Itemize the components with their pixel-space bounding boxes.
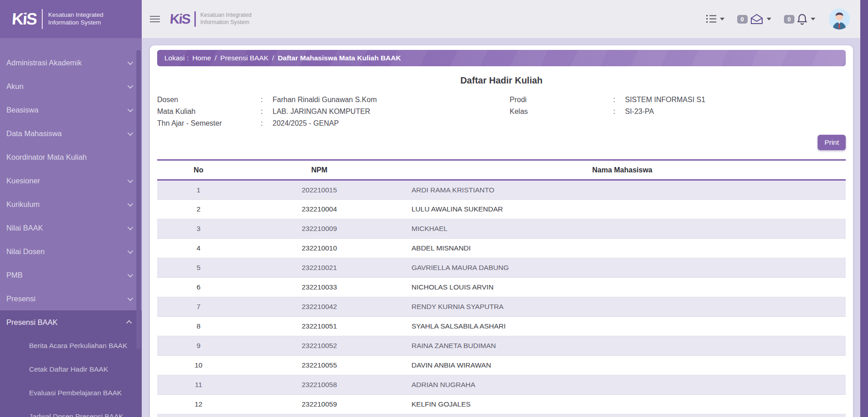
course-info-right: Prodi : SISTEM INFORMASI S1 Kelas : SI-2…: [501, 94, 846, 129]
sidebar-toggle-button[interactable]: [150, 16, 160, 22]
sidebar-item-label: PMB: [6, 271, 128, 280]
course-info: Dosen : Farhan Rinaldi Gunawan S.Kom Mat…: [157, 94, 846, 129]
notifications-menu-button[interactable]: 0: [784, 13, 815, 25]
sidebar-item-administrasi-akademik[interactable]: Administrasi Akademik: [0, 51, 142, 74]
sidebar-item-beasiswa[interactable]: Beasiswa: [0, 98, 142, 122]
cell-no: 1: [157, 180, 240, 200]
sidebar-subitem-berita-acara-perkuliahan-baak[interactable]: Berita Acara Perkuliahan BAAK: [0, 334, 142, 358]
cell-nama: M RAIHAN ALFARIZI: [399, 414, 846, 417]
breadcrumb-current: Daftar Mahasiswa Mata Kuliah BAAK: [278, 54, 401, 62]
header-nama-mahasiswa: Nama Mahasiswa: [399, 160, 846, 180]
sidebar-item-label: Kurikulum: [6, 200, 128, 209]
logo-name: Kesatuan Integrated Information System: [200, 12, 252, 26]
print-button[interactable]: Print: [818, 135, 846, 150]
window-scrollbar[interactable]: [860, 0, 868, 417]
sidebar-subitem-evaluasi-pembelajaran-baak[interactable]: Evaluasi Pembelajaran BAAK: [0, 381, 142, 405]
cell-npm: 232210063: [240, 414, 399, 417]
logo-divider: [194, 11, 196, 27]
table-row: 6232210033NICHOLAS LOUIS ARVIN: [157, 278, 846, 297]
table-row: 2232210004LULU AWALINA SUKENDAR: [157, 200, 846, 219]
sidebar-item-presensi-baak[interactable]: Presensi BAAK: [0, 310, 142, 334]
cell-npm: 232210033: [240, 278, 399, 297]
table-row: 5232210021GAVRIELLA MAURA DABUNG: [157, 258, 846, 278]
sidebar-item-label: Presensi BAAK: [6, 318, 128, 327]
logo-divider: [42, 9, 43, 29]
info-row-mata-kuliah: Mata Kuliah : LAB. JARINGAN KOMPUTER: [157, 106, 501, 118]
breadcrumb-separator: /: [215, 54, 217, 62]
user-avatar[interactable]: [829, 9, 850, 29]
chevron-down-icon: [128, 130, 134, 136]
cell-no: 9: [157, 336, 240, 356]
tasks-menu-button[interactable]: [706, 14, 724, 24]
cell-no: 3: [157, 219, 240, 239]
sidebar-item-kurikulum[interactable]: Kurikulum: [0, 192, 142, 216]
cell-nama: ABDEL MISNANDI: [399, 239, 846, 258]
sidebar-item-pmb[interactable]: PMB: [0, 263, 142, 287]
breadcrumb-link-presensi-baak[interactable]: Presensi BAAK: [220, 54, 268, 62]
cell-no: 6: [157, 278, 240, 297]
notifications-count-badge: 0: [784, 15, 794, 24]
cell-no: 5: [157, 258, 240, 278]
cell-no: 12: [157, 395, 240, 414]
chevron-down-icon: [128, 83, 134, 88]
chevron-down-icon: [128, 59, 134, 65]
chevron-down-icon: [767, 18, 771, 20]
sidebar-item-data-mahasiswa[interactable]: Data Mahasiswa: [0, 122, 142, 145]
sidebar-item-nilai-baak[interactable]: Nilai BAAK: [0, 216, 142, 240]
bell-icon: [797, 13, 808, 25]
cell-no: 7: [157, 297, 240, 317]
topbar-actions: 0 0: [699, 9, 850, 29]
sidebar-item-label: Kuesioner: [6, 177, 128, 185]
info-row-prodi: Prodi : SISTEM INFORMASI S1: [510, 94, 846, 106]
breadcrumb-prefix: Lokasi :: [164, 54, 188, 62]
sidebar-scrollbar[interactable]: [136, 50, 141, 349]
cell-nama: DAVIN ANBIA WIRAWAN: [399, 356, 846, 375]
info-row-dosen: Dosen : Farhan Rinaldi Gunawan S.Kom: [157, 94, 501, 106]
table-row: 12232210059KELFIN GOJALES: [157, 395, 846, 414]
topbar-logo[interactable]: KiS Kesatuan Integrated Information Syst…: [170, 11, 252, 27]
breadcrumb-separator: /: [272, 54, 274, 62]
logo-name: Kesatuan Integrated Information System: [48, 11, 104, 27]
cell-npm: 232210021: [240, 258, 399, 278]
cell-nama: MICKHAEL: [399, 219, 846, 239]
sidebar-item-presensi[interactable]: Presensi: [0, 287, 142, 310]
table-row: 13232210063M RAIHAN ALFARIZI: [157, 414, 846, 417]
cell-nama: ARDI RAMA KRISTIANTO: [399, 180, 846, 200]
table-row: 1202210015ARDI RAMA KRISTIANTO: [157, 180, 846, 200]
content-area: Lokasi : Home / Presensi BAAK / Daftar M…: [142, 38, 868, 417]
sidebar-item-kuesioner[interactable]: Kuesioner: [0, 169, 142, 192]
sidebar-item-nilai-dosen[interactable]: Nilai Dosen: [0, 240, 142, 263]
sidebar-subitem-jadwal-dosen-presensi-baak[interactable]: Jadwal Dosen Presensi BAAK: [0, 405, 142, 417]
cell-nama: SYAHLA SALSABILA ASHARI: [399, 317, 846, 336]
sidebar-group-presensi-baak: Presensi BAAKBerita Acara Perkuliahan BA…: [0, 310, 142, 417]
cell-npm: 232210051: [240, 317, 399, 336]
attendance-table: No NPM Nama Mahasiswa 1202210015ARDI RAM…: [157, 159, 846, 417]
sidebar-item-koordinator-mata-kuliah[interactable]: Koordinator Mata Kuliah: [0, 145, 142, 169]
table-row: 3232210009MICKHAEL: [157, 219, 846, 239]
sidebar-item-label: Beasiswa: [6, 106, 128, 114]
course-info-left: Dosen : Farhan Rinaldi Gunawan S.Kom Mat…: [157, 94, 501, 129]
chevron-down-icon: [128, 177, 134, 183]
sidebar-item-label: Koordinator Mata Kuliah: [6, 153, 132, 162]
sidebar-item-label: Administrasi Akademik: [6, 59, 128, 67]
cell-npm: 232210009: [240, 219, 399, 239]
sidebar-item-label: Presensi: [6, 294, 128, 303]
table-row: 7232210042RENDY KURNIA SYAPUTRA: [157, 297, 846, 317]
messages-menu-button[interactable]: 0: [737, 14, 771, 25]
sidebar-subitem-cetak-daftar-hadir-baak[interactable]: Cetak Daftar Hadir BAAK: [0, 358, 142, 381]
cell-npm: 232210052: [240, 336, 399, 356]
sidebar-logo: KiS Kesatuan Integrated Information Syst…: [0, 0, 142, 38]
cell-npm: 232210058: [240, 375, 399, 395]
table-header-row: No NPM Nama Mahasiswa: [157, 160, 846, 180]
chevron-down-icon: [720, 18, 724, 20]
sidebar: KiS Kesatuan Integrated Information Syst…: [0, 0, 142, 417]
sidebar-item-akun[interactable]: Akun: [0, 74, 142, 98]
cell-npm: 232210055: [240, 356, 399, 375]
sidebar-item-label: Nilai Dosen: [6, 247, 128, 256]
cell-npm: 232210042: [240, 297, 399, 317]
cell-npm: 232210059: [240, 395, 399, 414]
chevron-down-icon: [128, 224, 134, 230]
breadcrumb-link-home[interactable]: Home: [192, 54, 211, 62]
cell-nama: NICHOLAS LOUIS ARVIN: [399, 278, 846, 297]
sidebar-item-label: Data Mahasiswa: [6, 129, 128, 138]
